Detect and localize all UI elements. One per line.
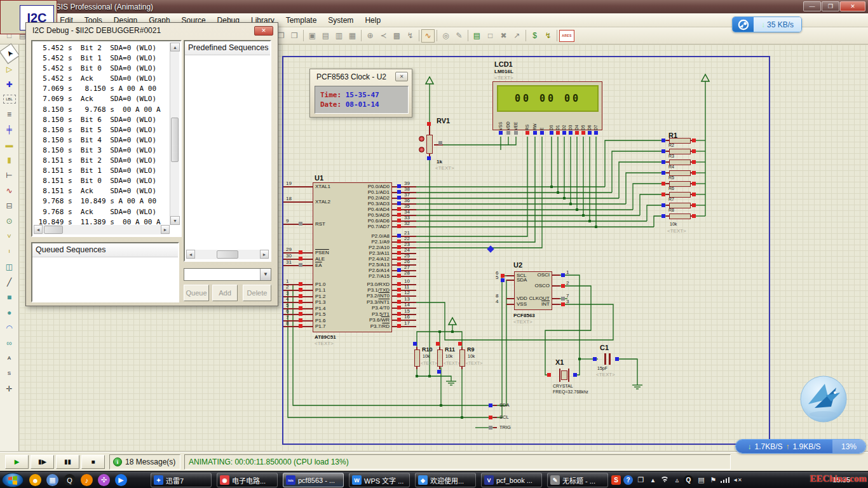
tape-recorder-icon[interactable]: ⊟: [2, 198, 17, 213]
bus-mode-icon[interactable]: ╪: [2, 122, 17, 137]
debug-window-close-icon[interactable]: ✕: [254, 26, 273, 36]
scrollbar-thumb[interactable]: [44, 226, 63, 234]
menu-system[interactable]: System: [322, 14, 359, 27]
show-hidden-icons[interactable]: ▴: [648, 475, 658, 485]
music-icon[interactable]: ♪: [81, 474, 93, 486]
debug-horizontal-scrollbar[interactable]: ◄ ►: [34, 225, 170, 234]
pps-icon[interactable]: ▶: [115, 474, 127, 486]
make-device-icon[interactable]: ≺: [377, 29, 390, 43]
bill-of-materials-icon[interactable]: $: [528, 29, 541, 43]
subcircuit-icon[interactable]: ▬: [2, 137, 17, 152]
taskbar-window-3[interactable]: isispcf8563 - ...: [283, 473, 344, 487]
junction-dot-icon[interactable]: ✚: [2, 77, 17, 92]
taskbar-window-6[interactable]: Vpcf_book ...: [481, 473, 542, 487]
2d-text-icon[interactable]: A: [2, 351, 17, 365]
graph-mode-icon[interactable]: ∿: [2, 183, 17, 198]
stop-button[interactable]: ■: [81, 455, 105, 469]
predefined-sequences-panel[interactable]: Predefined Sequences ◄ ►: [184, 40, 271, 262]
debug-log-list[interactable]: 5.452 s Bit 2 SDA=0 (WLO) 5.452 s Bit 1 …: [31, 40, 182, 237]
message-counter[interactable]: i 18 Message(s): [109, 454, 180, 470]
device-pin-icon[interactable]: ⊢: [2, 168, 17, 182]
action-center-flag-icon[interactable]: ⚑: [708, 475, 719, 485]
block-rotate-icon[interactable]: ▥: [332, 29, 346, 43]
chevron-down-icon[interactable]: ▼: [260, 269, 271, 280]
current-probe-icon[interactable]: I: [2, 244, 17, 259]
step-button[interactable]: ▮▶: [31, 455, 54, 469]
usb-eject-icon[interactable]: ▵: [672, 475, 682, 485]
close-button[interactable]: ✕: [840, 1, 865, 11]
scroll-right-icon[interactable]: ►: [260, 250, 269, 259]
scroll-left-icon[interactable]: ◄: [34, 225, 43, 234]
wangwang-icon[interactable]: ☻: [29, 474, 41, 486]
queued-sequences-panel[interactable]: Queued Sequences: [31, 242, 179, 302]
taskbar-window-5[interactable]: ◆欢迎使用...: [415, 473, 476, 487]
block-copy-icon[interactable]: ▣: [306, 29, 319, 43]
selection-pointer-icon[interactable]: ➤: [0, 43, 20, 64]
volume-muted-icon[interactable]: ◄✕: [732, 475, 743, 485]
wire-autorouter-icon[interactable]: ∿: [421, 29, 435, 43]
text-script-icon[interactable]: ≡: [2, 107, 17, 121]
taskbar-window-2[interactable]: ◉电子电路...: [217, 473, 278, 487]
packaging-tool-icon[interactable]: ▩: [390, 29, 403, 43]
new-sheet-icon[interactable]: □: [484, 29, 497, 43]
decompose-icon[interactable]: ↯: [403, 29, 417, 43]
scrollbar-thumb[interactable]: [171, 118, 179, 162]
terminal-mode-icon[interactable]: ▮: [2, 152, 17, 167]
pause-button[interactable]: ▮▮: [56, 455, 79, 469]
scroll-right-icon[interactable]: ►: [161, 225, 170, 234]
block-move-icon[interactable]: ▤: [319, 29, 332, 43]
2d-circle-icon[interactable]: ●: [2, 305, 17, 320]
pcf8563-clock-window[interactable]: PCF8563 Clock - U2 ✕ Time: 15-35-47 Date…: [309, 69, 412, 118]
goto-sheet-icon[interactable]: ↗: [510, 29, 524, 43]
sogou-tray-icon[interactable]: S: [611, 475, 621, 485]
scroll-left-icon[interactable]: ◄: [186, 250, 195, 259]
clipboard-tray-icon[interactable]: ▤: [696, 475, 707, 485]
2d-arc-icon[interactable]: ◠: [2, 320, 17, 335]
menu-help[interactable]: Help: [359, 14, 386, 27]
clock-window-close-icon[interactable]: ✕: [395, 72, 408, 81]
2d-line-icon[interactable]: ╱: [2, 274, 17, 289]
taskbar-window-1[interactable]: ✦迅雷7: [151, 473, 212, 487]
predefined-horizontal-scrollbar[interactable]: ◄ ►: [186, 250, 269, 259]
network-bars-icon[interactable]: [720, 475, 731, 485]
delete-button[interactable]: Delete: [243, 285, 271, 301]
sequence-combobox[interactable]: ▼: [184, 268, 271, 281]
thunder-speed-badge[interactable]: ↓35 KB/s: [732, 17, 802, 32]
start-button[interactable]: [2, 473, 24, 487]
minimize-button[interactable]: —: [803, 1, 821, 11]
wps-pinwheel-icon[interactable]: ✣: [98, 474, 110, 486]
marker-icon[interactable]: ✛: [2, 381, 17, 396]
scroll-up-icon[interactable]: ▲: [170, 43, 180, 51]
pick-parts-icon[interactable]: ⊕: [363, 29, 377, 43]
remove-sheet-icon[interactable]: ✖: [497, 29, 510, 43]
window-switch-icon[interactable]: ❐: [635, 475, 646, 485]
new-design-icon[interactable]: □: [3, 29, 16, 43]
voltage-probe-icon[interactable]: V: [2, 229, 17, 243]
qq-icon[interactable]: Q: [64, 474, 76, 486]
block-delete-icon[interactable]: ▦: [346, 29, 359, 43]
generator-mode-icon[interactable]: ⊙: [2, 214, 17, 228]
help-tray-icon[interactable]: ?: [623, 475, 633, 485]
design-explorer-icon[interactable]: ▤: [470, 29, 484, 43]
network-monitor-pill[interactable]: ↓ 1.7KB/S ↑ 1.9KB/S 13%: [735, 439, 866, 454]
queue-button[interactable]: Queue: [184, 285, 209, 301]
play-button[interactable]: ▶: [5, 455, 29, 469]
search-tag-icon[interactable]: ◎: [439, 29, 452, 43]
wire-label-icon[interactable]: LBL: [3, 95, 16, 104]
menu-template[interactable]: Template: [280, 14, 323, 27]
debug-vertical-scrollbar[interactable]: ▲ ▼: [170, 43, 179, 225]
paste-icon[interactable]: ❒: [288, 29, 301, 43]
wifi-icon[interactable]: [660, 475, 670, 485]
qq-tray-icon[interactable]: Q: [684, 475, 693, 485]
2d-box-icon[interactable]: ■: [2, 290, 17, 304]
2d-symbol-icon[interactable]: S: [2, 366, 17, 381]
2d-path-icon[interactable]: ∞: [2, 336, 17, 350]
scrollbar-thumb[interactable]: [217, 250, 238, 259]
maximize-button[interactable]: ❐: [822, 1, 839, 11]
calculator-icon[interactable]: ▦: [46, 474, 58, 486]
i2c-debug-window[interactable]: I2C Debug - $II2C DEBUGGER#0021 ✕ 5.452 …: [25, 22, 278, 306]
scroll-down-icon[interactable]: ▼: [170, 216, 180, 225]
component-mode-icon[interactable]: ▷: [2, 62, 17, 76]
taskbar-window-7[interactable]: ✎无标题 - ...: [547, 473, 608, 487]
electrical-check-icon[interactable]: ↯: [541, 29, 555, 43]
